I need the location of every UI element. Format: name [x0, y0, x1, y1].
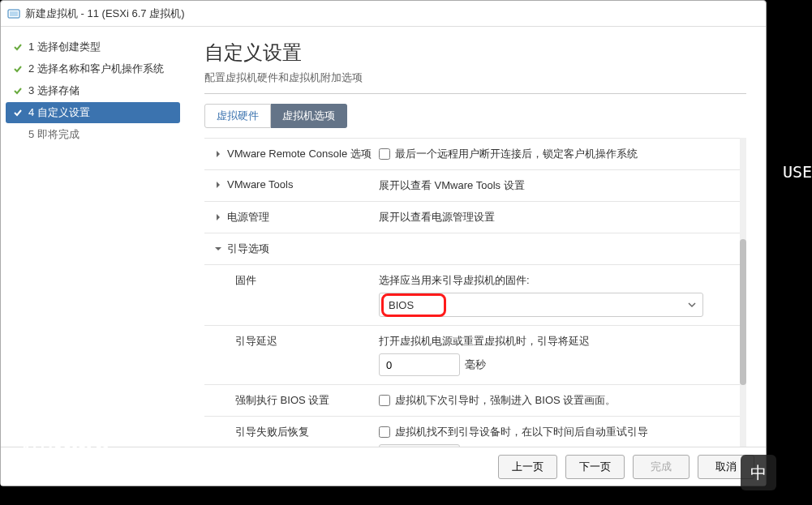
- row-power-mgmt: 电源管理 展开以查看电源管理设置: [204, 201, 746, 233]
- step-label: 3 选择存储: [28, 83, 174, 98]
- row-boot-delay: 引导延迟 打开虚拟机电源或重置虚拟机时，引导将延迟 毫秒: [204, 325, 746, 384]
- row-value: 选择应当用来引导虚拟机的固件: BIOS: [379, 273, 746, 317]
- scrollbar-thumb[interactable]: [740, 239, 746, 385]
- wizard-step-1[interactable]: 1 选择创建类型: [6, 36, 180, 58]
- row-label: 引导延迟: [204, 334, 379, 349]
- dialog-title: 新建虚拟机 - 11 (ESXi 6.7 虚拟机): [25, 6, 184, 21]
- row-label[interactable]: 引导选项: [204, 242, 379, 256]
- firmware-highlight: BIOS: [381, 293, 446, 317]
- checkbox-label: 最后一个远程用户断开连接后，锁定客户机操作系统: [395, 147, 638, 161]
- row-label[interactable]: VMware Remote Console 选项: [204, 147, 379, 161]
- force-bios-checkbox[interactable]: [379, 395, 390, 406]
- label-text: VMware Remote Console 选项: [227, 147, 372, 161]
- boot-delay-desc: 打开虚拟机电源或重置虚拟机时，引导将延迟: [379, 334, 737, 349]
- row-value: 虚拟机下次引导时，强制进入 BIOS 设置画面。: [379, 393, 746, 408]
- row-boot-fail-recovery: 引导失败后恢复 虚拟机找不到引导设备时，在以下时间后自动重试引导 秒: [204, 416, 746, 448]
- boot-fail-recovery-checkbox-wrap[interactable]: 虚拟机找不到引导设备时，在以下时间后自动重试引导: [379, 425, 737, 439]
- row-label[interactable]: VMware Tools: [204, 178, 379, 190]
- row-label: 固件: [204, 273, 379, 288]
- dialog-titlebar: 新建虚拟机 - 11 (ESXi 6.7 虚拟机): [1, 1, 766, 27]
- row-vmware-tools: VMware Tools 展开以查看 VMware Tools 设置: [204, 169, 746, 201]
- vm-icon: [7, 7, 20, 20]
- row-value: 虚拟机找不到引导设备时，在以下时间后自动重试引导 秒: [379, 425, 746, 448]
- page-subtitle: 配置虚拟机硬件和虚拟机附加选项: [204, 71, 746, 85]
- divider: [204, 93, 746, 94]
- wizard-sidebar: 1 选择创建类型 2 选择名称和客户机操作系统 3 选择存储 4 自定义设置: [1, 27, 185, 448]
- dialog-body: 1 选择创建类型 2 选择名称和客户机操作系统 3 选择存储 4 自定义设置: [1, 27, 766, 448]
- firmware-selected: BIOS: [389, 299, 414, 311]
- firmware-desc: 选择应当用来引导虚拟机的固件:: [379, 273, 737, 288]
- check-icon: [12, 107, 24, 118]
- background-terminal-text: USE: [783, 162, 812, 182]
- boot-fail-recovery-checkbox[interactable]: [379, 426, 390, 438]
- new-vm-dialog: 新建虚拟机 - 11 (ESXi 6.7 虚拟机) 1 选择创建类型 2 选择名…: [0, 0, 767, 486]
- step-label: 2 选择名称和客户机操作系统: [28, 62, 174, 76]
- page-title: 自定义设置: [204, 40, 746, 66]
- check-icon: [12, 85, 24, 96]
- vmware-logo: vmware®: [19, 426, 116, 456]
- vmware-logo-area: vmware®: [19, 426, 116, 456]
- row-firmware: 固件 选择应当用来引导虚拟机的固件: BIOS: [204, 264, 746, 325]
- firmware-select[interactable]: BIOS: [379, 293, 703, 317]
- back-button[interactable]: 上一页: [498, 455, 557, 479]
- settings-scroll: VMware Remote Console 选项 最后一个远程用户断开连接后，锁…: [204, 138, 746, 448]
- row-label: 强制执行 BIOS 设置: [204, 393, 379, 408]
- svg-rect-1: [10, 11, 18, 16]
- wizard-step-4[interactable]: 4 自定义设置: [6, 102, 180, 123]
- wizard-step-2[interactable]: 2 选择名称和客户机操作系统: [6, 58, 180, 79]
- scrollbar-track[interactable]: [740, 138, 746, 448]
- boot-delay-input[interactable]: [379, 353, 460, 376]
- row-value: 最后一个远程用户断开连接后，锁定客户机操作系统: [379, 147, 746, 161]
- step-label: 5 即将完成: [28, 127, 174, 142]
- main-panel: 自定义设置 配置虚拟机硬件和虚拟机附加选项 虚拟硬件 虚拟机选项 VMware …: [185, 27, 766, 448]
- force-bios-checkbox-wrap[interactable]: 虚拟机下次引导时，强制进入 BIOS 设置画面。: [379, 393, 737, 408]
- row-value: 展开以查看电源管理设置: [379, 210, 746, 225]
- chevron-right-icon: [214, 181, 222, 189]
- row-value: 打开虚拟机电源或重置虚拟机时，引导将延迟 毫秒: [379, 334, 746, 376]
- lock-guest-checkbox-wrap[interactable]: 最后一个远程用户断开连接后，锁定客户机操作系统: [379, 147, 737, 161]
- row-label[interactable]: 电源管理: [204, 210, 379, 225]
- label-text: VMware Tools: [227, 178, 293, 190]
- step-label: 4 自定义设置: [28, 105, 174, 120]
- next-button[interactable]: 下一页: [565, 455, 625, 479]
- chevron-right-icon: [214, 213, 222, 221]
- finish-button: 完成: [633, 455, 690, 479]
- tab-vm-options[interactable]: 虚拟机选项: [271, 104, 347, 128]
- label-text: 引导选项: [227, 242, 269, 256]
- check-icon: [12, 41, 24, 53]
- wizard-step-5: 5 即将完成: [6, 124, 180, 145]
- chevron-down-icon: [688, 299, 696, 311]
- tab-virtual-hardware[interactable]: 虚拟硬件: [204, 104, 271, 128]
- boot-delay-unit: 毫秒: [465, 357, 486, 372]
- chevron-down-icon: [214, 245, 222, 253]
- row-label: 引导失败后恢复: [204, 425, 379, 439]
- row-boot-options: 引导选项: [204, 233, 746, 264]
- row-value: 展开以查看 VMware Tools 设置: [379, 178, 746, 193]
- wizard-step-3[interactable]: 3 选择存储: [6, 80, 180, 101]
- row-vmrc: VMware Remote Console 选项 最后一个远程用户断开连接后，锁…: [204, 138, 746, 169]
- step-label: 1 选择创建类型: [28, 40, 174, 54]
- label-text: 电源管理: [227, 210, 269, 225]
- lock-guest-checkbox[interactable]: [379, 148, 390, 160]
- checkbox-label: 虚拟机下次引导时，强制进入 BIOS 设置画面。: [395, 393, 616, 408]
- row-force-bios: 强制执行 BIOS 设置 虚拟机下次引导时，强制进入 BIOS 设置画面。: [204, 384, 746, 416]
- check-icon: [12, 63, 24, 75]
- tabs: 虚拟硬件 虚拟机选项: [204, 104, 746, 128]
- ime-indicator: 中: [741, 455, 776, 490]
- checkbox-label: 虚拟机找不到引导设备时，在以下时间后自动重试引导: [395, 425, 648, 439]
- chevron-right-icon: [214, 150, 222, 158]
